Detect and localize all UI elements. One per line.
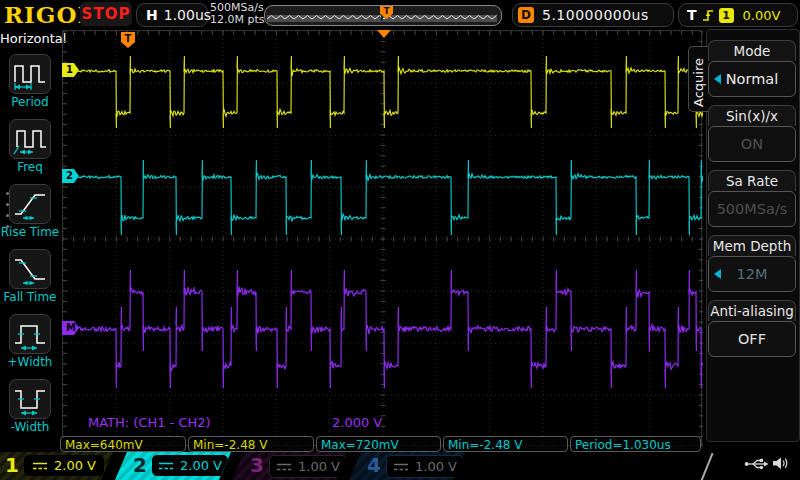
bottom-bar-divider: [700, 453, 713, 480]
pwidth-icon: [12, 317, 48, 351]
run-state-badge[interactable]: STOP: [80, 2, 132, 26]
channel-4-block[interactable]: 4 1.00 V: [349, 452, 465, 480]
anti-aliasing-label: Anti-aliasing: [708, 300, 796, 321]
channel-2-scale-box[interactable]: 2.00 V: [152, 455, 228, 476]
mode-label: Mode: [708, 40, 796, 61]
nwidth-icon: [12, 382, 48, 416]
channel-1-number: 1: [5, 453, 19, 477]
sinx-label: Sin(x)/x: [708, 105, 796, 126]
channel-2-scale: 2.00 V: [180, 458, 222, 473]
menu-page-dot: [6, 192, 9, 195]
trigger-label: T: [687, 7, 697, 23]
period-button[interactable]: [9, 54, 51, 94]
measure-item-fall-time[interactable]: Fall Time: [0, 249, 60, 304]
sa-rate-label: Sa Rate: [708, 170, 796, 191]
measure-item-pwidth[interactable]: +Width: [0, 314, 60, 369]
dc-coupling-icon: [276, 462, 292, 472]
left-arrow-icon: [714, 74, 721, 84]
trigger-readout-box[interactable]: T 1 0.00V: [678, 3, 798, 27]
menu-item-sinx[interactable]: Sin(x)/x ON: [708, 105, 796, 162]
measure-item-nwidth[interactable]: -Width: [0, 379, 60, 434]
dc-coupling-icon: [32, 461, 48, 471]
measurement-min-ch2: Min=-2.48 V: [443, 436, 568, 452]
memory-position-bar[interactable]: T: [264, 5, 502, 26]
fall-time-label: Fall Time: [0, 290, 60, 304]
horizontal-timebase-box[interactable]: H 1.00us: [136, 3, 208, 27]
sa-rate-value-button[interactable]: 500MSa/s: [708, 191, 796, 227]
sa-rate-value: 500MSa/s: [717, 201, 788, 217]
channel-1-block[interactable]: 1 2.00 V: [0, 452, 113, 480]
trigger-slope-icon: [701, 7, 715, 23]
trigger-level-value: 0.00V: [743, 8, 781, 23]
channel-4-scale-box[interactable]: 1.00 V: [386, 455, 464, 478]
trigger-source-badge: 1: [719, 8, 734, 23]
mem-depth-value: 12M: [737, 266, 768, 282]
usb-icon: [744, 456, 770, 472]
channel-3-block[interactable]: 3 1.00 V: [232, 452, 348, 480]
channel-3-number: 3: [250, 453, 264, 477]
channel-2-block[interactable]: 2 2.00 V: [115, 452, 231, 480]
channel-1-scale-box[interactable]: 2.00 V: [24, 455, 104, 476]
fall-time-icon: [12, 252, 48, 286]
freq-button[interactable]: [9, 119, 51, 159]
menu-page-dot: [6, 225, 9, 228]
channel-3-scale-box[interactable]: 1.00 V: [269, 455, 347, 478]
dc-coupling-icon: [158, 461, 174, 471]
rise-time-label: Rise Time: [0, 225, 60, 239]
sinx-value: ON: [741, 136, 763, 152]
measurement-max-ch2: Max=720mV: [316, 436, 441, 452]
acquire-menu-tab[interactable]: Acquire: [688, 46, 708, 112]
timebase-value: 1.00us: [164, 7, 211, 23]
waveform-display: [63, 31, 703, 447]
measure-item-rise-time[interactable]: Rise Time: [0, 184, 60, 239]
sample-rate-readout: 500MSa/s 12.0M pts: [210, 2, 266, 26]
menu-page-dot: [6, 214, 9, 217]
channel-1-scale: 2.00 V: [54, 458, 96, 473]
menu-page-dot: [6, 203, 9, 206]
channel-4-scale: 1.00 V: [415, 459, 457, 474]
memory-points-value: 12.0M pts: [210, 14, 266, 26]
acquire-tab-label: Acquire: [691, 58, 706, 107]
mode-value: Normal: [726, 71, 778, 87]
delay-label: D: [518, 7, 534, 23]
pwidth-label: +Width: [0, 355, 60, 369]
math-expression-label: MATH: (CH1 - CH2): [88, 415, 211, 430]
measure-item-period[interactable]: Period: [0, 54, 60, 109]
measure-item-freq[interactable]: Freq: [0, 119, 60, 174]
left-arrow-icon: [714, 269, 721, 279]
math-scale-value: 2.000 V: [332, 415, 382, 430]
menu-item-sa-rate[interactable]: Sa Rate 500MSa/s: [708, 170, 796, 227]
rise-time-icon: [12, 187, 48, 221]
nwidth-button[interactable]: [9, 379, 51, 419]
menu-item-mem-depth[interactable]: Mem Depth 12M: [708, 235, 796, 292]
fall-time-button[interactable]: [9, 249, 51, 289]
menu-item-anti-aliasing[interactable]: Anti-aliasing OFF: [708, 300, 796, 357]
oscilloscope-screen: RIGOL STOP H 1.00us 500MSa/s 12.0M pts T…: [0, 0, 800, 480]
dc-coupling-icon: [393, 462, 409, 472]
anti-aliasing-value-button[interactable]: OFF: [708, 321, 796, 357]
anti-aliasing-value: OFF: [738, 331, 766, 347]
pwidth-button[interactable]: [9, 314, 51, 354]
nwidth-label: -Width: [0, 420, 60, 434]
left-menu-title: Horizontal: [0, 31, 60, 46]
measurement-max-ch1: Max=640mV: [60, 436, 186, 452]
mem-depth-value-button[interactable]: 12M: [708, 256, 796, 292]
channel-4-number: 4: [367, 453, 381, 477]
freq-icon: [12, 122, 48, 156]
menu-item-mode[interactable]: Mode Normal: [708, 40, 796, 97]
mem-depth-label: Mem Depth: [708, 235, 796, 256]
graticule: [62, 30, 702, 446]
delay-value: 5.10000000us: [542, 7, 649, 23]
delay-readout-box[interactable]: D 5.10000000us: [512, 3, 674, 27]
period-label: Period: [0, 95, 60, 109]
freq-label: Freq: [0, 160, 60, 174]
sinx-value-button[interactable]: ON: [708, 126, 796, 162]
measurement-period-ch2: Period=1.030us: [570, 436, 701, 452]
rise-time-button[interactable]: [9, 184, 51, 224]
measurement-min-ch1: Min=-2.48 V: [188, 436, 314, 452]
mode-value-button[interactable]: Normal: [708, 61, 796, 97]
channel-3-scale: 1.00 V: [298, 459, 340, 474]
channel-2-number: 2: [133, 453, 147, 477]
horizontal-label: H: [146, 7, 158, 23]
period-icon: [12, 57, 48, 91]
